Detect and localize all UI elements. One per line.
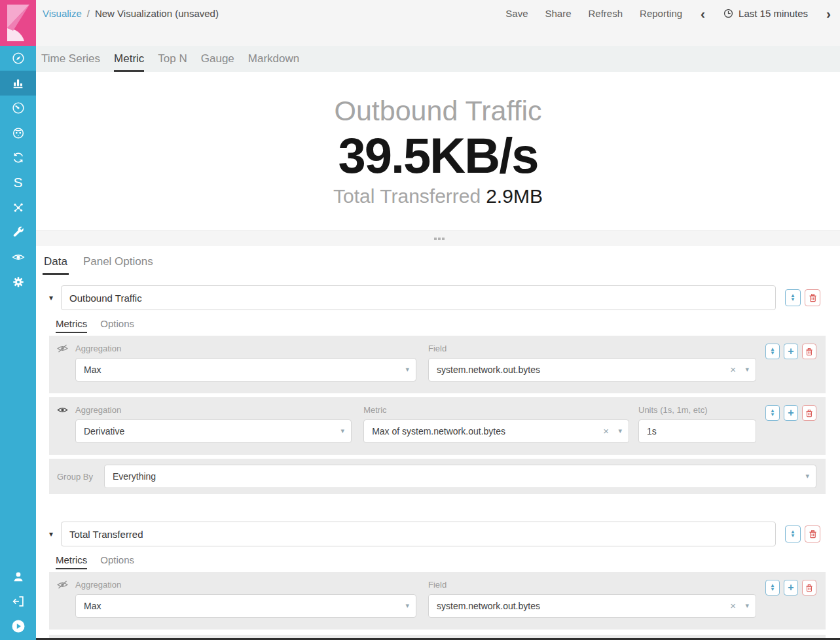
series-2-field-combobox[interactable]: system.network.out.bytes×▾	[428, 594, 756, 618]
metric-sort-button[interactable]: ▲▼	[765, 580, 780, 596]
nav-machine-learning[interactable]	[0, 120, 36, 145]
series-1-metric-combobox[interactable]: Max of system.network.out.bytes×▾	[363, 419, 629, 443]
metric-secondary: Total Transferred2.9MB	[333, 185, 543, 207]
series-2-aggregation-select[interactable]: Max▾	[75, 594, 416, 618]
s-letter-icon: S	[13, 175, 22, 190]
page-title: New Visualization (unsaved)	[95, 8, 219, 19]
refresh-button[interactable]: Refresh	[589, 8, 623, 19]
time-forward-button[interactable]: ›	[825, 9, 832, 18]
group-by-label: Group By	[57, 472, 95, 482]
metric-sort-button[interactable]: ▲▼	[765, 405, 780, 421]
metric-sort-button[interactable]: ▲▼	[765, 344, 780, 359]
tab-panel-options[interactable]: Panel Options	[82, 253, 155, 275]
top-bar: Visualize / New Visualization (unsaved) …	[36, 0, 840, 46]
units-input[interactable]	[638, 419, 756, 443]
nav-graph[interactable]	[0, 195, 36, 220]
series-1-header: ▾ ▲▼	[49, 285, 820, 310]
series-2-tabs: Metrics Options	[56, 554, 840, 569]
series-1-tabs: Metrics Options	[56, 318, 840, 333]
tab-top-n[interactable]: Top N	[158, 46, 187, 72]
nav-collapse[interactable]	[0, 614, 36, 639]
series-2-name-input[interactable]	[61, 522, 776, 546]
eye-slash-icon[interactable]	[57, 344, 75, 353]
tab-gauge[interactable]: Gauge	[201, 46, 234, 72]
series-1-name-input[interactable]	[61, 285, 776, 310]
kibana-logo[interactable]	[0, 0, 36, 46]
sidebar: S	[0, 0, 36, 640]
plus-icon: +	[788, 582, 794, 593]
tab-metric[interactable]: Metric	[114, 46, 144, 72]
nav-management[interactable]	[0, 270, 36, 294]
chevron-down-icon: ▾	[745, 365, 749, 374]
reporting-button[interactable]: Reporting	[640, 8, 682, 19]
series-1-derivative-select[interactable]: Derivative▾	[75, 419, 352, 443]
metric-delete-button[interactable]	[802, 580, 816, 596]
editor-panel: Data Panel Options ▾ ▲▼ Metrics Options	[36, 246, 840, 640]
nav-discover[interactable]	[0, 46, 36, 71]
play-circle-icon	[10, 618, 26, 634]
sidebar-bottom	[0, 564, 36, 640]
metric-value: 39.5KB/s	[338, 130, 538, 182]
nav-dashboard[interactable]	[0, 96, 36, 120]
trash-icon	[805, 584, 813, 592]
clear-icon[interactable]: ×	[603, 425, 609, 436]
compass-icon	[11, 51, 26, 65]
nav-account[interactable]	[0, 564, 36, 589]
chevron-down-icon: ▾	[618, 427, 622, 435]
metric-delete-button[interactable]	[802, 405, 816, 421]
metric-preview: Outbound Traffic 39.5KB/s Total Transfer…	[36, 72, 840, 230]
metric-add-button[interactable]: +	[784, 580, 798, 596]
nav-logout[interactable]	[0, 589, 36, 614]
metric-delete-button[interactable]	[802, 344, 816, 359]
tab-markdown[interactable]: Markdown	[248, 46, 299, 72]
plus-icon: +	[788, 408, 794, 418]
gauge-icon	[11, 101, 26, 115]
series-1-field-combobox[interactable]: system.network.out.bytes×▾	[428, 358, 756, 382]
series-1-delete-button[interactable]	[805, 289, 820, 306]
metric-secondary-label: Total Transferred	[333, 185, 481, 207]
nav-dev-tools[interactable]	[0, 220, 36, 245]
series-1-aggregation-select[interactable]: Max▾	[75, 358, 416, 382]
clear-icon[interactable]: ×	[730, 600, 736, 611]
sort-arrows-icon: ▲▼	[770, 409, 775, 417]
tab-time-series[interactable]: Time Series	[41, 46, 100, 72]
nav-monitoring[interactable]	[0, 245, 36, 270]
chevron-down-icon: ▾	[341, 427, 345, 435]
series-2-tab-options[interactable]: Options	[100, 554, 134, 569]
nav-visualize[interactable]	[0, 71, 36, 96]
gear-icon	[11, 275, 26, 289]
wrench-icon	[11, 225, 26, 240]
collapse-caret-icon[interactable]: ▾	[49, 529, 61, 539]
series-2-sort-button[interactable]: ▲▼	[785, 525, 801, 542]
tab-data[interactable]: Data	[43, 253, 69, 275]
share-button[interactable]: Share	[545, 8, 571, 19]
breadcrumb-visualize-link[interactable]: Visualize	[43, 8, 82, 19]
group-by-select[interactable]: Everything▾	[104, 465, 816, 488]
series-1-tab-metrics[interactable]: Metrics	[56, 318, 87, 333]
series-2-delete-button[interactable]	[805, 525, 820, 542]
units-label: Units (1s, 1m, etc)	[638, 405, 756, 415]
metric-add-button[interactable]: +	[784, 405, 798, 421]
save-button[interactable]: Save	[505, 8, 528, 19]
series-1-tab-options[interactable]: Options	[100, 318, 134, 333]
time-picker[interactable]: Last 15 minutes	[723, 8, 808, 19]
metric-secondary-value: 2.9MB	[486, 185, 543, 207]
series-1-sort-button[interactable]: ▲▼	[785, 289, 801, 306]
viz-type-tabs: Time Series Metric Top N Gauge Markdown	[36, 46, 840, 72]
metric-add-button[interactable]: +	[784, 344, 798, 359]
breadcrumb: Visualize / New Visualization (unsaved)	[43, 8, 219, 19]
trash-icon	[809, 293, 817, 302]
series-1-agg-row-2: Aggregation Derivative▾ Metric Max of sy…	[49, 397, 826, 455]
clear-icon[interactable]: ×	[730, 364, 736, 375]
collapse-caret-icon[interactable]: ▾	[49, 293, 61, 302]
chevron-down-icon: ▾	[805, 472, 809, 480]
series-2-tab-metrics[interactable]: Metrics	[56, 554, 87, 569]
eye-open-icon[interactable]	[57, 405, 75, 414]
nav-apm[interactable]	[0, 145, 36, 170]
pane-resize-handle[interactable]	[36, 230, 840, 246]
time-back-button[interactable]: ‹	[699, 9, 706, 18]
eye-slash-icon[interactable]	[57, 580, 75, 589]
nav-s-app[interactable]: S	[0, 170, 36, 195]
sort-arrows-icon: ▲▼	[790, 294, 795, 302]
trash-icon	[805, 409, 813, 418]
